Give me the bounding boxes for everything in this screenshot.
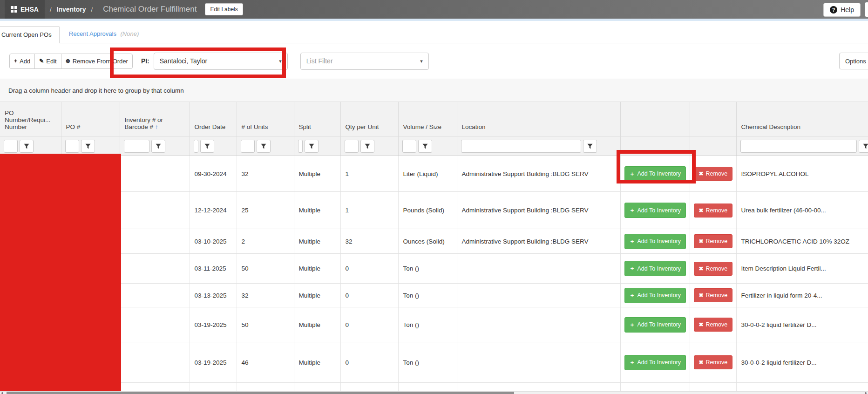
header-row: PO Number/Requi... Number PO # Inventory…: [0, 102, 868, 137]
scrollbar-thumb[interactable]: [7, 392, 514, 394]
filter-button-col9[interactable]: [583, 140, 597, 153]
pencil-icon: ✎: [39, 58, 44, 64]
table-row: 03-19-202550Multiple0Ton ()＋ Add To Inve…: [0, 307, 868, 342]
filter-input-col12[interactable]: [740, 140, 857, 153]
cell-order-date: 12-12-2024: [190, 192, 237, 229]
filter-input-col2[interactable]: [65, 140, 79, 153]
column-header-volume-size[interactable]: Volume / Size: [398, 102, 457, 137]
remove-button[interactable]: ✖ Remove: [694, 167, 733, 181]
breadcrumb-inventory[interactable]: Inventory: [57, 6, 86, 13]
cell-order-date: 03-10-2025: [190, 229, 237, 254]
cell-split: Multiple: [294, 156, 340, 192]
cutoff-button[interactable]: [865, 2, 868, 17]
add-button[interactable]: + Add: [9, 54, 35, 69]
cell-inventory-barcode: [120, 229, 190, 254]
edit-button[interactable]: ✎ Edit: [34, 54, 61, 69]
tab-recent-approvals[interactable]: Recent Approvals (None): [69, 30, 139, 37]
cell-qty-per-unit: 1: [340, 156, 398, 192]
column-header-qty-per-unit[interactable]: Qty per Unit: [340, 102, 398, 137]
filter-button-col3[interactable]: [151, 140, 165, 153]
remove-button[interactable]: ✖ Remove: [694, 288, 733, 302]
filter-input-col1[interactable]: [4, 140, 18, 153]
filter-input-col4[interactable]: [194, 140, 198, 153]
filter-funnel-icon: [261, 143, 266, 149]
table-row: 03-19-202546Multiple0Ton ()＋ Add To Inve…: [0, 342, 868, 383]
cell-location: [457, 254, 620, 284]
filter-button-col2[interactable]: [81, 140, 95, 153]
filter-button-col5[interactable]: [257, 140, 271, 153]
cell-remove-action: ✖ Remove: [690, 254, 736, 284]
list-filter-select[interactable]: List Filter ▾: [300, 53, 429, 70]
tab-current-open-pos[interactable]: Current Open POs: [0, 26, 60, 43]
scroll-right-arrow-icon[interactable]: ▸: [865, 392, 867, 394]
cell-volume-size: Ounces (Solid): [398, 229, 457, 254]
remove-button[interactable]: ✖ Remove: [694, 318, 733, 332]
filter-cell-col5: [237, 137, 294, 156]
filter-input-col6[interactable]: [298, 140, 303, 153]
help-button[interactable]: ? Help: [823, 3, 861, 17]
filter-button-col1[interactable]: [20, 140, 34, 153]
filter-funnel-icon: [204, 143, 210, 149]
add-to-inventory-button[interactable]: ＋ Add To Inventory: [624, 288, 686, 303]
plus-icon: ＋: [630, 238, 635, 245]
cell-qty-per-unit: 0: [340, 284, 398, 307]
help-icon: ?: [830, 6, 837, 14]
filter-button-col8[interactable]: [418, 140, 432, 153]
plus-icon: ＋: [630, 359, 635, 367]
column-header-po-number[interactable]: PO #: [61, 102, 120, 137]
filter-input-col5[interactable]: [241, 140, 255, 153]
column-header-order-date[interactable]: Order Date: [190, 102, 237, 137]
filter-button-col7[interactable]: [360, 140, 374, 153]
scroll-left-arrow-icon[interactable]: ◂: [1, 392, 3, 394]
cell-inventory-barcode: [120, 342, 190, 383]
filter-input-col3[interactable]: [124, 140, 149, 153]
column-header-add-actions: [620, 102, 690, 137]
filter-funnel-icon: [365, 143, 370, 149]
caret-down-icon: ▾: [420, 58, 423, 64]
column-header-po-requisition[interactable]: PO Number/Requi... Number: [0, 102, 61, 137]
cell-chemical: Fertilizer in liquid form 20-4...: [736, 284, 868, 307]
cell-volume-size: Ton (): [398, 307, 457, 342]
filter-button-col6[interactable]: [305, 140, 319, 153]
filter-button-col12[interactable]: [859, 140, 868, 153]
add-to-inventory-button[interactable]: ＋ Add To Inventory: [624, 261, 686, 276]
add-to-inventory-button[interactable]: ＋ Add To Inventory: [624, 234, 686, 249]
filter-funnel-icon: [24, 143, 29, 149]
options-button[interactable]: Options ▾: [839, 53, 868, 69]
brand[interactable]: EHSA: [5, 0, 45, 19]
cell-add-action: ＋ Add To Inventory: [620, 342, 690, 383]
options-label: Options: [845, 58, 866, 65]
filter-cell-col2: [61, 137, 120, 156]
column-header-split[interactable]: Split: [294, 102, 340, 137]
cell-add-action: ＋ Add To Inventory: [620, 307, 690, 342]
cell-chemical: 30-0-0-2 liquid fertilizer D...: [736, 307, 868, 342]
filter-input-col9[interactable]: [461, 140, 581, 153]
remove-button[interactable]: ✖ Remove: [694, 355, 733, 369]
column-header-inventory-barcode[interactable]: Inventory # or Barcode #↑: [120, 102, 190, 137]
cell-order-date: 03-11-2025: [190, 254, 237, 284]
remove-button[interactable]: ✖ Remove: [694, 262, 733, 276]
add-to-inventory-button[interactable]: ＋ Add To Inventory: [624, 203, 686, 218]
plus-icon: ＋: [630, 321, 635, 329]
filter-input-col7[interactable]: [345, 140, 359, 153]
remove-button[interactable]: ✖ Remove: [694, 204, 733, 217]
x-icon: ✖: [699, 265, 704, 272]
column-header-units[interactable]: # of Units: [237, 102, 294, 137]
filter-row: [0, 137, 868, 156]
add-to-inventory-button[interactable]: ＋ Add To Inventory: [624, 317, 686, 333]
filter-input-col8[interactable]: [402, 140, 416, 153]
column-header-location[interactable]: Location: [457, 102, 620, 137]
horizontal-scrollbar[interactable]: ◂ ▸: [0, 391, 868, 394]
group-by-drop-zone: Drag a column header and drop it here to…: [0, 79, 868, 102]
table-row: 09-30-202432Multiple1Liter (Liquid)Admin…: [0, 156, 868, 192]
column-header-chemical-description[interactable]: Chemical Description: [736, 102, 868, 137]
filter-cell-col6: [294, 137, 340, 156]
remove-button[interactable]: ✖ Remove: [694, 234, 733, 248]
add-to-inventory-button[interactable]: ＋ Add To Inventory: [624, 355, 686, 370]
cell-location: [457, 284, 620, 307]
filter-button-col4[interactable]: [200, 140, 214, 153]
cell-remove-action: ✖ Remove: [690, 192, 736, 229]
cell-inventory-barcode: [120, 284, 190, 307]
edit-labels-button[interactable]: Edit Labels: [205, 3, 243, 15]
help-label: Help: [841, 6, 854, 14]
